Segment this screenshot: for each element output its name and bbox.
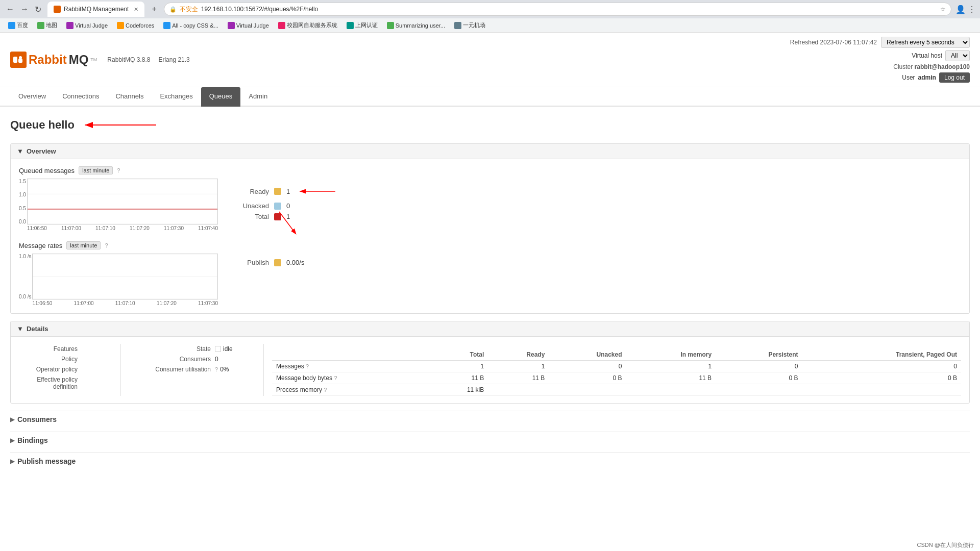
consumer-util-help[interactable]: ?	[215, 366, 218, 372]
erlang-version: Erlang 21.3	[158, 56, 189, 63]
rates-chart-svg	[33, 254, 217, 299]
nav-channels[interactable]: Channels	[107, 87, 152, 107]
th-label	[272, 349, 430, 361]
state-row: State idle	[129, 344, 255, 354]
overview-section-header[interactable]: ▼ Overview	[11, 144, 969, 159]
svg-rect-1	[18, 59, 22, 63]
bookmark-cf-icon	[117, 22, 124, 29]
publish-message-section-header[interactable]: ▶ Publish message	[10, 453, 970, 469]
bookmark-cf[interactable]: Codeforces	[113, 20, 158, 31]
queued-chart-area	[27, 179, 218, 224]
unacked-label: Unacked	[233, 202, 269, 210]
address-bar: 🔒 不安全 192.168.10.100:15672/#/queues/%2F/…	[164, 3, 951, 16]
bookmark-baidu-icon	[8, 22, 15, 29]
message-rates-time-badge[interactable]: last minute	[66, 241, 101, 249]
version-info: RabbitMQ 3.8.8 Erlang 21.3	[107, 56, 189, 63]
logo-icon	[10, 52, 27, 68]
process-memory-help[interactable]: ?	[324, 387, 327, 393]
chart-wrapper: 1.5 1.0 0.5 0.0	[19, 179, 218, 231]
details-col-left: Features Policy Operator policy Effectiv…	[19, 344, 121, 396]
th-ready: Ready	[488, 349, 549, 361]
overview-section: ▼ Overview Queued messages last minute ?…	[10, 143, 970, 314]
nav-exchanges[interactable]: Exchanges	[152, 87, 201, 107]
new-tab-button[interactable]: +	[149, 4, 159, 15]
features-row: Features	[19, 344, 112, 354]
back-button[interactable]: ←	[4, 4, 16, 15]
table-row-body-bytes: Message body bytes ? 11 B 11 B 0 B 11 B …	[272, 372, 961, 384]
bookmark-vj2[interactable]: Virtual Judge	[224, 20, 273, 31]
row-process-memory-label: Process memory ?	[272, 384, 430, 396]
operator-policy-row: Operator policy	[19, 364, 112, 374]
queued-chart-inner: 11:06:50 11:07:00 11:07:10 11:07:20 11:0…	[27, 179, 218, 231]
body-bytes-help[interactable]: ?	[334, 375, 337, 381]
bookmark-yiyuan[interactable]: 一元机场	[450, 20, 489, 31]
nav-queues[interactable]: Queues	[201, 87, 241, 107]
row-body-bytes-persistent: 0 B	[716, 372, 802, 384]
consumers-section-header[interactable]: ▶ Consumers	[10, 411, 970, 428]
messages-help[interactable]: ?	[306, 363, 309, 369]
bookmark-vj1[interactable]: Virtual Judge	[62, 20, 112, 31]
messages-table-header: Total Ready Unacked In memory Persistent…	[272, 349, 961, 361]
bookmark-css-icon	[163, 22, 170, 29]
rates-chart-area	[32, 254, 218, 299]
app-header: RabbitMQTM RabbitMQ 3.8.8 Erlang 21.3 Re…	[0, 33, 980, 87]
bookmark-icon[interactable]: ☆	[940, 6, 946, 13]
table-row-messages: Messages ? 1 1 0 1 0 0	[272, 361, 961, 372]
state-val: idle	[223, 345, 233, 353]
details-section-header[interactable]: ▼ Details	[11, 321, 969, 337]
bookmark-auth[interactable]: 上网认证	[342, 20, 382, 31]
row-messages-persistent: 0	[716, 361, 802, 372]
queued-messages-help[interactable]: ?	[117, 167, 120, 173]
queued-x-axis: 11:06:50 11:07:00 11:07:10 11:07:20 11:0…	[27, 226, 218, 231]
refresh-button[interactable]: ↻	[33, 4, 43, 15]
state-dot	[215, 346, 221, 352]
row-body-bytes-unacked: 0 B	[549, 372, 626, 384]
nav-connections[interactable]: Connections	[54, 87, 107, 107]
consumer-util-row: Consumer utilisation ? 0%	[129, 364, 255, 374]
browser-tab[interactable]: RabbitMQ Management ✕	[47, 2, 144, 17]
row-messages-unacked: 0	[549, 361, 626, 372]
queued-messages-time-badge[interactable]: last minute	[79, 166, 113, 174]
message-rates-help[interactable]: ?	[105, 242, 108, 248]
row-body-bytes-transient: 0 B	[802, 372, 961, 384]
logout-button[interactable]: Log out	[939, 72, 970, 83]
bookmark-campus[interactable]: 校园网自助服务系统	[274, 20, 341, 31]
unacked-value: 0	[286, 202, 290, 210]
rates-x-axis: 11:06:50 11:07:00 11:07:10 11:07:20 11:0…	[32, 300, 218, 306]
nav-admin[interactable]: Admin	[240, 87, 276, 107]
message-rates-area: Message rates last minute ? 1.0 /s 0.0 /…	[19, 241, 961, 306]
forward-button[interactable]: →	[18, 4, 31, 15]
bookmark-auth-icon	[347, 22, 354, 29]
more-icon[interactable]: ⋮	[968, 5, 976, 14]
refresh-select[interactable]: Refresh every 5 seconds No refresh Refre…	[881, 37, 970, 48]
bookmark-summarize[interactable]: Summarizing user...	[383, 20, 449, 31]
refreshed-text: Refreshed 2023-07-06 11:07:42	[790, 39, 877, 46]
user-label: User	[902, 74, 915, 81]
consumers-section: ▶ Consumers	[10, 411, 970, 428]
tab-favicon	[54, 6, 61, 13]
row-messages-ready: 1	[488, 361, 549, 372]
effective-policy-row: Effective policy definition	[19, 374, 112, 392]
user-value: admin	[918, 74, 936, 81]
tab-close-button[interactable]: ✕	[134, 6, 138, 13]
bookmark-css[interactable]: All - copy CSS &...	[159, 20, 222, 31]
profile-icon[interactable]: 👤	[955, 5, 966, 14]
bookmark-baidu[interactable]: 百度	[4, 20, 32, 31]
bindings-section-header[interactable]: ▶ Bindings	[10, 432, 970, 448]
row-messages-transient: 0	[802, 361, 961, 372]
bookmark-map[interactable]: 地图	[33, 20, 61, 31]
th-persistent: Persistent	[716, 349, 802, 361]
ready-stat-row: Ready 1	[233, 184, 338, 199]
vhost-select[interactable]: All /	[945, 50, 970, 61]
svg-point-2	[19, 56, 22, 59]
tab-title: RabbitMQ Management	[64, 6, 129, 13]
state-key: State	[129, 345, 211, 353]
unacked-stat-row: Unacked 0	[233, 202, 338, 210]
consumers-key: Consumers	[129, 356, 211, 363]
nav-overview[interactable]: Overview	[10, 87, 54, 107]
bookmark-vj2-icon	[228, 22, 235, 29]
address-text: 192.168.10.100:15672/#/queues/%2F/hello	[201, 6, 937, 13]
row-body-bytes-ready: 11 B	[488, 372, 549, 384]
message-rates-label: Message rates	[19, 242, 62, 249]
details-outer: Features Policy Operator policy Effectiv…	[19, 344, 961, 396]
